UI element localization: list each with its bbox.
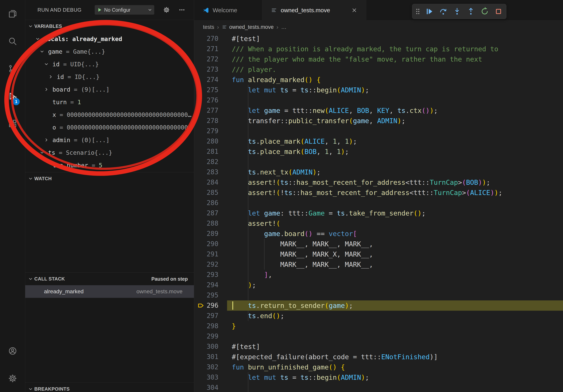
code-text[interactable]: ], [227, 270, 563, 280]
code-text[interactable]: #[test] [227, 34, 563, 44]
call-stack-section-header[interactable]: CALL STACK Paused on step [25, 273, 194, 285]
gutter[interactable]: 303 [194, 372, 227, 382]
variable-row[interactable]: turn = 1 [25, 96, 194, 108]
code-text[interactable]: transfer::public_transfer(game, ADMIN); [227, 116, 563, 126]
code-text[interactable] [227, 95, 563, 105]
gutter[interactable]: 271 [194, 44, 227, 54]
tree-chevron-icon[interactable] [44, 137, 52, 143]
code-text[interactable] [227, 382, 563, 392]
variable-row[interactable]: txn_number = 5 [25, 159, 194, 171]
code-text[interactable]: ts.next_tx(ADMIN); [227, 167, 563, 177]
gutter[interactable]: 273 [194, 64, 227, 75]
tree-chevron-icon[interactable] [39, 150, 48, 155]
code-text[interactable]: ts.end(); [227, 311, 563, 321]
variable-row[interactable]: game = Game{...} [25, 45, 194, 58]
step-over-button[interactable] [437, 5, 449, 18]
code-editor[interactable]: 270#[test]271/// When a position is alre… [194, 34, 563, 392]
code-text[interactable]: game.board() == vector[ [227, 229, 563, 239]
code-text[interactable]: /// the player who made the "false" move… [227, 54, 563, 64]
tree-chevron-icon[interactable] [44, 62, 52, 67]
gutter[interactable]: 289 [194, 229, 227, 239]
variables-section-header[interactable]: VARIABLES [25, 20, 194, 33]
gutter[interactable]: 276 [194, 95, 227, 105]
gutter[interactable]: 294 [194, 280, 227, 290]
breadcrumb-item[interactable]: … [281, 24, 286, 30]
gutter[interactable]: 279 [194, 126, 227, 136]
gutter[interactable]: 298 [194, 321, 227, 331]
gutter[interactable]: 292 [194, 259, 227, 270]
continue-button[interactable] [423, 5, 435, 18]
gutter[interactable]: 287 [194, 208, 227, 218]
debug-config-dropdown[interactable]: No Configur [95, 5, 154, 15]
gutter[interactable]: 281 [194, 146, 227, 157]
tab-owned_tests-move[interactable]: owned_tests.move [262, 0, 366, 20]
gutter[interactable]: 295 [194, 290, 227, 301]
code-text[interactable]: assert!( [227, 218, 563, 229]
gutter[interactable]: 301 [194, 352, 227, 362]
code-text[interactable]: MARK__, MARK__, MARK__, [227, 239, 563, 249]
gutter[interactable]: 296 [194, 301, 227, 311]
code-text[interactable] [227, 198, 563, 208]
gear-icon[interactable] [163, 7, 170, 13]
gutter[interactable]: 297 [194, 311, 227, 321]
gutter[interactable]: 299 [194, 331, 227, 341]
code-text[interactable] [227, 126, 563, 136]
variable-row[interactable]: locals: already_marked [25, 33, 194, 45]
code-text[interactable]: let mut ts = ts::begin(ADMIN); [227, 85, 563, 95]
code-text[interactable]: /// When a position is already marked, t… [227, 44, 563, 54]
activity-bar-item-account[interactable] [0, 337, 25, 365]
gutter[interactable]: 270 [194, 34, 227, 44]
code-text[interactable]: /// player. [227, 64, 563, 75]
close-icon[interactable] [351, 7, 358, 13]
activity-bar-item-search[interactable] [0, 27, 25, 55]
gutter[interactable]: 288 [194, 218, 227, 229]
code-text[interactable]: assert!(ts::has_most_recent_for_address<… [227, 177, 563, 187]
activity-bar-item-source-control[interactable] [0, 55, 25, 82]
breadcrumb-item[interactable]: owned_tests.move [222, 24, 274, 30]
gutter[interactable]: 290 [194, 239, 227, 249]
activity-bar-item-explorer[interactable] [0, 0, 25, 27]
watch-section-header[interactable]: WATCH [25, 172, 194, 185]
gutter[interactable]: 280 [194, 136, 227, 146]
gutter[interactable]: 283 [194, 167, 227, 177]
call-stack-frame[interactable]: already_markedowned_tests.move [25, 285, 194, 298]
gutter[interactable]: 302 [194, 362, 227, 372]
tree-chevron-icon[interactable] [44, 87, 52, 92]
gutter[interactable]: 277 [194, 105, 227, 116]
gutter[interactable]: 275 [194, 85, 227, 95]
stop-button[interactable] [492, 5, 505, 18]
code-text[interactable]: MARK__, MARK__, MARK__, [227, 259, 563, 270]
code-text[interactable]: assert!(!ts::has_most_recent_for_address… [227, 187, 563, 198]
tree-chevron-icon[interactable] [39, 49, 48, 54]
code-text[interactable]: #[expected_failure(abort_code = ttt::ENo… [227, 352, 563, 362]
code-text[interactable]: #[test] [227, 341, 563, 352]
step-into-button[interactable] [451, 5, 463, 18]
code-text[interactable]: ts.return_to_sender(game); [227, 301, 563, 311]
activity-bar-item-extensions[interactable] [0, 110, 25, 137]
tree-chevron-icon[interactable] [48, 74, 57, 79]
code-text[interactable]: MARK__, MARK_X, MARK__, [227, 249, 563, 259]
gutter[interactable]: 274 [194, 75, 227, 85]
start-debugging-icon[interactable] [97, 7, 102, 13]
restart-button[interactable] [479, 5, 491, 18]
code-text[interactable]: let game: ttt::Game = ts.take_from_sende… [227, 208, 563, 218]
code-text[interactable]: let mut ts = ts::begin(ADMIN); [227, 372, 563, 382]
variable-row[interactable]: id = UID{...} [25, 58, 194, 70]
code-text[interactable] [227, 331, 563, 341]
tree-chevron-icon[interactable] [35, 36, 44, 41]
gutter[interactable]: 285 [194, 187, 227, 198]
variable-row[interactable]: admin = (0)[...] [25, 134, 194, 146]
breakpoints-section-header[interactable]: BREAKPOINTS [25, 383, 194, 392]
code-text[interactable]: let game = ttt::new(ALICE, BOB, KEY, ts.… [227, 105, 563, 116]
code-text[interactable] [227, 157, 563, 167]
drag-handle-button[interactable] [414, 5, 422, 18]
gutter[interactable]: 293 [194, 270, 227, 280]
step-out-button[interactable] [465, 5, 477, 18]
tab-welcome[interactable]: Welcome [194, 0, 262, 20]
variable-row[interactable]: id = ID{...} [25, 70, 194, 83]
gutter[interactable]: 286 [194, 198, 227, 208]
gutter[interactable]: 282 [194, 157, 227, 167]
gutter[interactable]: 304 [194, 382, 227, 392]
gutter[interactable]: 278 [194, 116, 227, 126]
code-text[interactable]: } [227, 321, 563, 331]
